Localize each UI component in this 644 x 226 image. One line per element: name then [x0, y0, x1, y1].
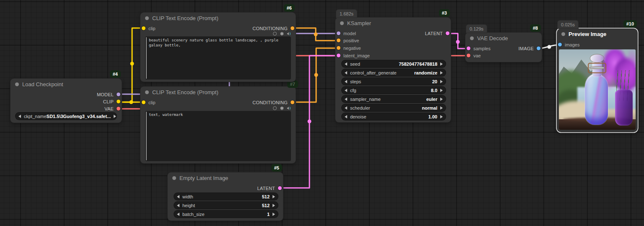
input-dot-model[interactable]	[337, 31, 340, 35]
increment-arrow-icon[interactable]	[440, 62, 443, 66]
node-load-checkpoint[interactable]: #4 Load Checkpoint MODEL CLIP VAE ckpt_n…	[10, 79, 122, 123]
decrement-arrow-icon[interactable]	[345, 80, 347, 83]
node-ksampler[interactable]: 1.682s #3 KSampler model positive negati…	[335, 18, 451, 122]
node-title[interactable]: KSampler	[335, 18, 451, 28]
link-midpoint-dot[interactable]	[548, 45, 551, 49]
speaker-icon[interactable]	[286, 31, 291, 36]
increment-arrow-icon[interactable]	[273, 204, 275, 207]
input-slot-positive[interactable]: positive	[335, 37, 359, 44]
collapse-toggle-dot[interactable]	[15, 82, 19, 86]
output-slot-clip[interactable]: CLIP	[103, 98, 122, 105]
prompt-textarea[interactable]: beautiful scenery nature glass bottle la…	[145, 36, 291, 80]
collapse-toggle-dot[interactable]	[145, 90, 149, 94]
widget-ckpt-name[interactable]: ckpt_name SD1.5\3Guofeng3_v34.safet...	[16, 113, 117, 120]
input-slot-negative[interactable]: negative	[335, 44, 361, 51]
record-circle-icon[interactable]	[273, 32, 277, 36]
increment-arrow-icon[interactable]	[114, 115, 116, 118]
gear-icon[interactable]	[279, 31, 284, 36]
widget-batch-size[interactable]: batch_size 1	[174, 211, 278, 218]
increment-arrow-icon[interactable]	[440, 98, 443, 101]
decrement-arrow-icon[interactable]	[177, 195, 179, 198]
output-slot-latent[interactable]: LATENT	[257, 185, 283, 192]
increment-arrow-icon[interactable]	[440, 71, 443, 74]
input-slot-model[interactable]: model	[335, 30, 356, 37]
decrement-arrow-icon[interactable]	[177, 213, 179, 216]
record-circle-icon[interactable]	[273, 106, 277, 110]
output-dot-conditioning[interactable]	[291, 100, 294, 104]
increment-arrow-icon[interactable]	[273, 213, 275, 216]
decrement-arrow-icon[interactable]	[345, 106, 347, 110]
decrement-arrow-icon[interactable]	[345, 115, 347, 118]
output-dot-latent[interactable]	[278, 186, 282, 190]
decrement-arrow-icon[interactable]	[345, 62, 347, 66]
widget-denoise[interactable]: denoise 1.00	[342, 113, 446, 120]
widget-sampler-name[interactable]: sampler_name euler	[342, 95, 446, 103]
output-dot-conditioning[interactable]	[291, 26, 294, 30]
input-slot-clip[interactable]: clip	[140, 99, 156, 106]
input-slot-clip[interactable]: clip	[140, 25, 156, 32]
widget-height[interactable]: height 512	[174, 202, 278, 209]
input-slot-samples[interactable]: samples	[465, 45, 491, 52]
link-midpoint-dot[interactable]	[314, 73, 318, 77]
collapse-toggle-dot[interactable]	[145, 16, 149, 20]
prompt-textarea[interactable]: text, watermark	[145, 111, 291, 161]
node-title[interactable]: VAE Decode	[465, 33, 542, 44]
output-dot-model[interactable]	[117, 92, 120, 96]
widget-cfg[interactable]: cfg 8.0	[342, 87, 446, 94]
increment-arrow-icon[interactable]	[440, 106, 443, 110]
decrement-arrow-icon[interactable]	[345, 89, 347, 92]
node-title[interactable]: Empty Latent Image	[168, 172, 283, 183]
input-dot-positive[interactable]	[337, 39, 340, 42]
input-slot-images[interactable]: images	[557, 41, 579, 48]
output-dot-image[interactable]	[537, 46, 540, 50]
collapse-toggle-dot[interactable]	[561, 32, 565, 36]
input-slot-latent-image[interactable]: latent_image	[335, 52, 370, 59]
input-dot-clip[interactable]	[142, 100, 145, 104]
decrement-arrow-icon[interactable]	[177, 204, 179, 207]
increment-arrow-icon[interactable]	[440, 89, 443, 92]
input-dot-images[interactable]	[558, 43, 562, 46]
gear-icon[interactable]	[279, 106, 284, 110]
output-slot-vae[interactable]: VAE	[104, 105, 122, 112]
collapse-toggle-dot[interactable]	[172, 176, 176, 180]
output-slot-image[interactable]: IMAGE	[519, 45, 542, 52]
node-title[interactable]: Load Checkpoint	[10, 79, 122, 90]
node-empty-latent-image[interactable]: #5 Empty Latent Image LATENT width 512 h…	[168, 172, 283, 221]
increment-arrow-icon[interactable]	[440, 115, 443, 118]
output-slot-conditioning[interactable]: CONDITIONING	[252, 25, 296, 32]
link-midpoint-dot[interactable]	[314, 33, 318, 36]
output-slot-model[interactable]: MODEL	[97, 91, 122, 98]
node-title[interactable]: CLIP Text Encode (Prompt)	[140, 13, 296, 23]
decrement-arrow-icon[interactable]	[18, 115, 21, 118]
node-graph-canvas[interactable]: #7 CLIP Text Encode (Prompt) clip CONDIT…	[0, 0, 644, 226]
link-midpoint-dot[interactable]	[130, 62, 134, 66]
input-dot-clip[interactable]	[142, 26, 145, 30]
output-slot-conditioning[interactable]: CONDITIONING	[252, 99, 296, 106]
widget-scheduler[interactable]: scheduler normal	[342, 104, 446, 111]
decrement-arrow-icon[interactable]	[345, 71, 347, 74]
collapse-toggle-dot[interactable]	[470, 36, 474, 40]
link-midpoint-dot[interactable]	[130, 100, 133, 104]
increment-arrow-icon[interactable]	[440, 80, 443, 83]
node-preview-image[interactable]: 0.025s #10 Preview Image images	[557, 28, 638, 132]
output-dot-vae[interactable]	[117, 107, 120, 110]
widget-seed[interactable]: seed 758204776478818	[342, 60, 446, 67]
prompt-toolbar[interactable]	[273, 106, 291, 110]
node-title[interactable]: Preview Image	[557, 28, 638, 39]
node-clip-text-encode-negative[interactable]: #7 CLIP Text Encode (Prompt) clip CONDIT…	[140, 87, 296, 163]
node-title[interactable]: CLIP Text Encode (Prompt)	[140, 87, 296, 98]
decrement-arrow-icon[interactable]	[345, 98, 347, 101]
input-dot-latent-image[interactable]	[337, 54, 340, 57]
link-midpoint-dot[interactable]	[456, 40, 460, 44]
collapse-toggle-dot[interactable]	[340, 21, 344, 25]
output-slot-latent[interactable]: LATENT	[425, 30, 451, 37]
input-dot-samples[interactable]	[467, 46, 470, 50]
widget-steps[interactable]: steps 20	[342, 78, 446, 85]
link-midpoint-dot[interactable]	[308, 120, 312, 123]
output-dot-clip[interactable]	[117, 100, 120, 103]
input-dot-negative[interactable]	[337, 46, 340, 50]
output-dot-latent[interactable]	[446, 31, 449, 35]
input-slot-vae[interactable]: vae	[465, 52, 481, 59]
widget-control-after-generate[interactable]: control_after_generate randomize	[342, 69, 446, 76]
prompt-toolbar[interactable]	[273, 31, 291, 36]
